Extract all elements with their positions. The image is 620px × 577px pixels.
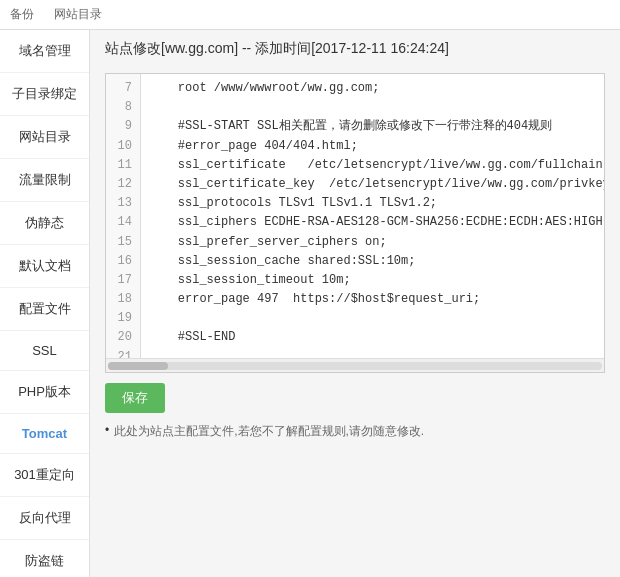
scrollbar-thumb <box>108 362 168 370</box>
sidebar-item-default_doc[interactable]: 默认文档 <box>0 245 89 288</box>
content-area: 站点修改[ww.gg.com] -- 添加时间[2017-12-11 16:24… <box>90 30 620 577</box>
note-text: • 此处为站点主配置文件,若您不了解配置规则,请勿随意修改. <box>105 423 605 440</box>
sidebar-item-redirect[interactable]: 301重定向 <box>0 454 89 497</box>
note-content: 此处为站点主配置文件,若您不了解配置规则,请勿随意修改. <box>114 423 424 440</box>
sidebar-item-ssl[interactable]: SSL <box>0 331 89 371</box>
horizontal-scrollbar[interactable] <box>106 358 604 372</box>
sidebar-item-hotlink[interactable]: 防盗链 <box>0 540 89 577</box>
code-content[interactable]: root /www/wwwroot/ww.gg.com; #SSL-START … <box>141 74 604 358</box>
scrollbar-track <box>108 362 602 370</box>
topbar-tab-webdir[interactable]: 网站目录 <box>54 6 102 23</box>
code-editor[interactable]: 789101112131415161718192021222324 root /… <box>106 74 604 358</box>
sidebar-item-tomcat[interactable]: Tomcat <box>0 414 89 454</box>
topbar-tab-backup[interactable]: 备份 <box>10 6 34 23</box>
sidebar-item-domain[interactable]: 域名管理 <box>0 30 89 73</box>
line-numbers: 789101112131415161718192021222324 <box>106 74 141 358</box>
code-editor-wrapper: 789101112131415161718192021222324 root /… <box>105 73 605 373</box>
sidebar: 域名管理子目录绑定网站目录流量限制伪静态默认文档配置文件SSLPHP版本Tomc… <box>0 30 90 577</box>
sidebar-item-subdir[interactable]: 子目录绑定 <box>0 73 89 116</box>
sidebar-item-webdir[interactable]: 网站目录 <box>0 116 89 159</box>
page-title: 站点修改[ww.gg.com] -- 添加时间[2017-12-11 16:24… <box>105 40 605 63</box>
save-button[interactable]: 保存 <box>105 383 165 413</box>
sidebar-item-static[interactable]: 伪静态 <box>0 202 89 245</box>
sidebar-item-config[interactable]: 配置文件 <box>0 288 89 331</box>
sidebar-item-reverse[interactable]: 反向代理 <box>0 497 89 540</box>
sidebar-item-php[interactable]: PHP版本 <box>0 371 89 414</box>
bullet: • <box>105 423 109 437</box>
sidebar-item-traffic[interactable]: 流量限制 <box>0 159 89 202</box>
save-section: 保存 • 此处为站点主配置文件,若您不了解配置规则,请勿随意修改. <box>105 383 605 440</box>
